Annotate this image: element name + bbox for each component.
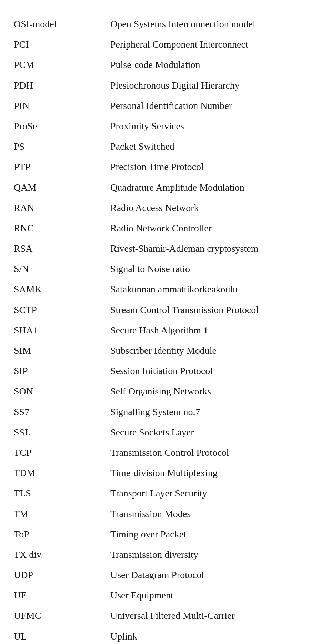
abbreviation: TLS bbox=[14, 483, 110, 503]
table-row: PSPacket Switched bbox=[14, 136, 317, 157]
full-form: Uplink bbox=[110, 626, 317, 644]
abbreviation: SAMK bbox=[14, 279, 110, 299]
full-form: Universal Filtered Multi-Carrier bbox=[110, 605, 317, 626]
table-row: PINPersonal Identification Number bbox=[14, 95, 317, 116]
abbreviation: PDH bbox=[14, 75, 110, 95]
abbreviation: SHA1 bbox=[14, 320, 110, 340]
table-row: PTPPrecision Time Protocol bbox=[14, 157, 317, 177]
abbreviation: UE bbox=[14, 585, 110, 605]
full-form: Quadrature Amplitude Modulation bbox=[110, 177, 317, 198]
abbreviation: TM bbox=[14, 504, 110, 524]
full-form: Proximity Services bbox=[110, 116, 317, 136]
table-row: ProSeProximity Services bbox=[14, 116, 317, 136]
abbreviation: SCTP bbox=[14, 300, 110, 320]
table-row: ToPTiming over Packet bbox=[14, 524, 317, 544]
abbreviation: PTP bbox=[14, 157, 110, 177]
full-form: Personal Identification Number bbox=[110, 95, 317, 116]
full-form: Packet Switched bbox=[110, 136, 317, 157]
abbreviation: RNC bbox=[14, 218, 110, 238]
full-form: Transmission diversity bbox=[110, 544, 317, 565]
table-row: SIMSubscriber Identity Module bbox=[14, 340, 317, 361]
table-row: OSI-modelOpen Systems Interconnection mo… bbox=[14, 14, 317, 34]
full-form: Pulse-code Modulation bbox=[110, 54, 317, 75]
abbreviation: TX div. bbox=[14, 544, 110, 565]
full-form: User Datagram Protocol bbox=[110, 565, 317, 585]
abbreviation: UFMC bbox=[14, 605, 110, 626]
table-row: SSLSecure Sockets Layer bbox=[14, 422, 317, 442]
abbreviation: UDP bbox=[14, 565, 110, 585]
full-form: Transmission Control Protocol bbox=[110, 442, 317, 463]
full-form: Satakunnan ammattikorkeakoulu bbox=[110, 279, 317, 299]
full-form: Rivest-Shamir-Adleman cryptosystem bbox=[110, 238, 317, 259]
full-form: Time-division Multiplexing bbox=[110, 463, 317, 483]
full-form: Signal to Noise ratio bbox=[110, 259, 317, 279]
table-row: SAMKSatakunnan ammattikorkeakoulu bbox=[14, 279, 317, 299]
full-form: Secure Sockets Layer bbox=[110, 422, 317, 442]
table-row: SIPSession Initiation Protocol bbox=[14, 361, 317, 381]
table-row: SHA1Secure Hash Algorithm 1 bbox=[14, 320, 317, 340]
abbreviation: PS bbox=[14, 136, 110, 157]
table-row: QAMQuadrature Amplitude Modulation bbox=[14, 177, 317, 198]
table-row: ULUplink bbox=[14, 626, 317, 644]
abbreviation: RAN bbox=[14, 198, 110, 218]
table-row: UFMCUniversal Filtered Multi-Carrier bbox=[14, 605, 317, 626]
table-row: UEUser Equipment bbox=[14, 585, 317, 605]
full-form: Transport Layer Security bbox=[110, 483, 317, 503]
abbreviation: ToP bbox=[14, 524, 110, 544]
full-form: Signalling System no.7 bbox=[110, 402, 317, 422]
abbreviation: S/N bbox=[14, 259, 110, 279]
table-row: TDMTime-division Multiplexing bbox=[14, 463, 317, 483]
full-form: Secure Hash Algorithm 1 bbox=[110, 320, 317, 340]
abbreviation: ProSe bbox=[14, 116, 110, 136]
abbreviation: UL bbox=[14, 626, 110, 644]
table-row: TCPTransmission Control Protocol bbox=[14, 442, 317, 463]
full-form: User Equipment bbox=[110, 585, 317, 605]
full-form: Precision Time Protocol bbox=[110, 157, 317, 177]
full-form: Plesiochronous Digital Hierarchy bbox=[110, 75, 317, 95]
abbreviation: SIP bbox=[14, 361, 110, 381]
full-form: Timing over Packet bbox=[110, 524, 317, 544]
table-row: RNCRadio Network Controller bbox=[14, 218, 317, 238]
abbreviation: SSL bbox=[14, 422, 110, 442]
abbreviation: PCI bbox=[14, 34, 110, 54]
abbreviation: PIN bbox=[14, 95, 110, 116]
abbreviation: OSI-model bbox=[14, 14, 110, 34]
abbreviation: TDM bbox=[14, 463, 110, 483]
table-row: PCIPeripheral Component Interconnect bbox=[14, 34, 317, 54]
abbreviation: SS7 bbox=[14, 402, 110, 422]
table-row: RANRadio Access Network bbox=[14, 198, 317, 218]
table-row: TLSTransport Layer Security bbox=[14, 483, 317, 503]
table-row: TX div.Transmission diversity bbox=[14, 544, 317, 565]
table-row: SS7Signalling System no.7 bbox=[14, 402, 317, 422]
abbreviation: TCP bbox=[14, 442, 110, 463]
full-form: Open Systems Interconnection model bbox=[110, 14, 317, 34]
full-form: Session Initiation Protocol bbox=[110, 361, 317, 381]
table-row: S/NSignal to Noise ratio bbox=[14, 259, 317, 279]
full-form: Transmission Modes bbox=[110, 504, 317, 524]
full-form: Stream Control Transmission Protocol bbox=[110, 300, 317, 320]
table-row: PDHPlesiochronous Digital Hierarchy bbox=[14, 75, 317, 95]
table-row: RSARivest-Shamir-Adleman cryptosystem bbox=[14, 238, 317, 259]
full-form: Peripheral Component Interconnect bbox=[110, 34, 317, 54]
abbreviation: QAM bbox=[14, 177, 110, 198]
table-row: SCTPStream Control Transmission Protocol bbox=[14, 300, 317, 320]
table-row: UDPUser Datagram Protocol bbox=[14, 565, 317, 585]
full-form: Radio Network Controller bbox=[110, 218, 317, 238]
abbreviation: PCM bbox=[14, 54, 110, 75]
full-form: Subscriber Identity Module bbox=[110, 340, 317, 361]
abbreviation: RSA bbox=[14, 238, 110, 259]
abbreviation: SON bbox=[14, 381, 110, 401]
table-row: PCMPulse-code Modulation bbox=[14, 54, 317, 75]
abbreviation: SIM bbox=[14, 340, 110, 361]
acronym-table: OSI-modelOpen Systems Interconnection mo… bbox=[14, 14, 317, 644]
table-row: SONSelf Organising Networks bbox=[14, 381, 317, 401]
full-form: Self Organising Networks bbox=[110, 381, 317, 401]
table-row: TMTransmission Modes bbox=[14, 504, 317, 524]
full-form: Radio Access Network bbox=[110, 198, 317, 218]
